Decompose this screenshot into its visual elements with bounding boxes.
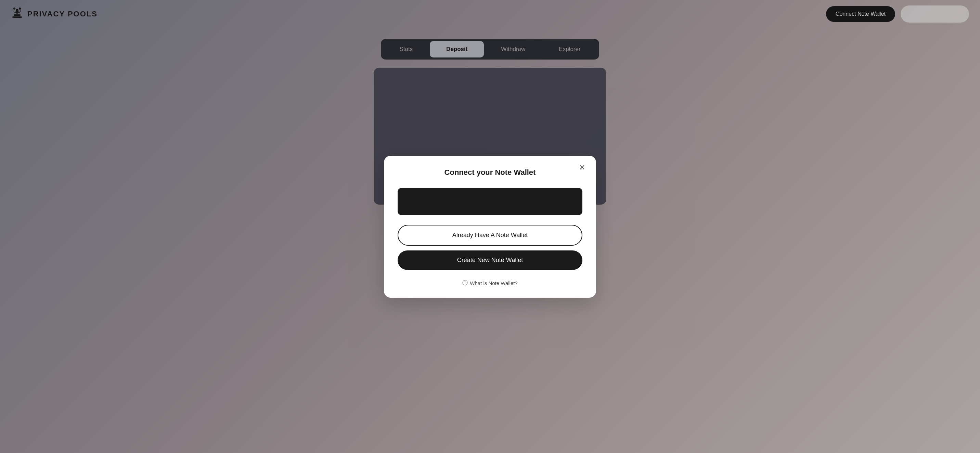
- info-icon: ⓘ: [462, 280, 468, 287]
- modal-overlay: ✕ Connect your Note Wallet Already Have …: [0, 0, 980, 453]
- what-is-note-wallet-link[interactable]: What is Note Wallet?: [470, 280, 518, 286]
- modal-close-button[interactable]: ✕: [576, 162, 588, 173]
- already-have-wallet-button[interactable]: Already Have A Note Wallet: [398, 225, 582, 246]
- create-new-wallet-button[interactable]: Create New Note Wallet: [398, 250, 582, 270]
- modal-buttons: Already Have A Note Wallet Create New No…: [398, 225, 582, 270]
- modal-banner: [398, 188, 582, 215]
- modal-title: Connect your Note Wallet: [398, 168, 582, 177]
- modal-footer: ⓘ What is Note Wallet?: [398, 280, 582, 287]
- modal: ✕ Connect your Note Wallet Already Have …: [384, 156, 596, 298]
